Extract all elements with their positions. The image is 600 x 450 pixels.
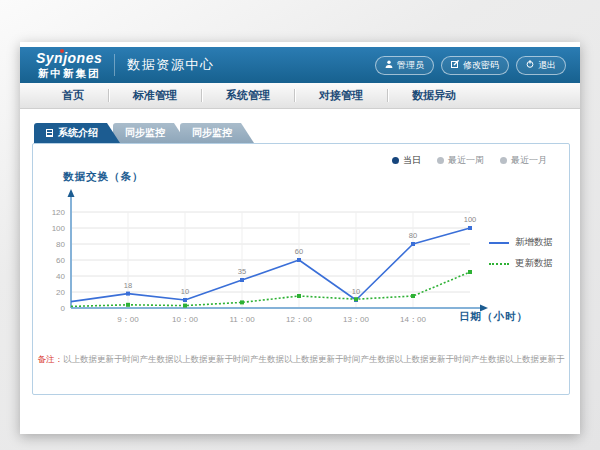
change-password-button[interactable]: 修改密码 xyxy=(441,56,509,75)
svg-text:10: 10 xyxy=(181,287,189,296)
tab-system-intro-label: 系统介绍 xyxy=(58,126,98,140)
svg-text:80: 80 xyxy=(56,240,65,249)
svg-text:10：00: 10：00 xyxy=(172,315,198,324)
nav-item-interface-mgmt[interactable]: 对接管理 xyxy=(295,83,387,108)
admin-user-button[interactable]: 管理员 xyxy=(375,56,434,75)
chart-panel: 当日 最近一周 最近一月 数据交换（条） 0204060801001209：00… xyxy=(32,143,570,395)
svg-text:20: 20 xyxy=(56,288,65,297)
nav-item-home[interactable]: 首页 xyxy=(38,83,108,108)
svg-text:14：00: 14：00 xyxy=(400,315,426,324)
svg-text:40: 40 xyxy=(56,272,65,281)
svg-text:12：00: 12：00 xyxy=(286,315,312,324)
radio-dot xyxy=(500,157,507,164)
admin-user-label: 管理员 xyxy=(397,59,424,72)
document-icon xyxy=(46,129,53,137)
svg-text:10: 10 xyxy=(352,287,360,296)
tab-sync-monitor-2-label: 同步监控 xyxy=(192,126,232,140)
svg-text:0: 0 xyxy=(61,304,66,313)
radio-today[interactable]: 当日 xyxy=(392,154,421,167)
header-bar: Synjones 新中新集团 数据资源中心 管理员 修改密码 xyxy=(20,47,580,83)
logout-label: 退出 xyxy=(538,59,556,72)
main-nav: 首页 标准管理 系统管理 对接管理 数据异动 xyxy=(20,83,580,109)
svg-text:18: 18 xyxy=(124,281,132,290)
tab-sync-monitor-1[interactable]: 同步监控 xyxy=(113,123,187,143)
radio-last-week-label: 最近一周 xyxy=(448,154,484,167)
legend-line-solid xyxy=(489,242,509,244)
svg-text:100: 100 xyxy=(52,224,66,233)
svg-text:120: 120 xyxy=(52,208,66,217)
svg-text:60: 60 xyxy=(56,256,65,265)
y-axis-title: 数据交换（条） xyxy=(63,170,144,184)
legend-label-new-data: 新增数据 xyxy=(515,236,553,249)
nav-item-system-mgmt[interactable]: 系统管理 xyxy=(202,83,294,108)
nav-item-data-change[interactable]: 数据异动 xyxy=(388,83,480,108)
radio-last-month[interactable]: 最近一月 xyxy=(500,154,547,167)
power-icon xyxy=(526,60,534,70)
logo-text: Synjones xyxy=(36,51,102,65)
tab-sync-monitor-2[interactable]: 同步监控 xyxy=(180,123,254,143)
svg-text:80: 80 xyxy=(409,231,417,240)
radio-dot xyxy=(392,157,399,164)
footer-note: 备注：以上数据更新于时间产生数据以上数据更新于时间产生数据以上数据更新于时间产生… xyxy=(33,354,569,366)
radio-last-week[interactable]: 最近一周 xyxy=(437,154,484,167)
legend-item-new-data: 新增数据 xyxy=(489,236,553,249)
line-chart: 0204060801001209：0010：0011：0012：0013：001… xyxy=(41,184,493,334)
content-area: 系统介绍 同步监控 同步监控 当日 最近一周 xyxy=(20,109,580,395)
legend-label-updated-data: 更新数据 xyxy=(515,257,553,270)
svg-text:9：00: 9：00 xyxy=(117,315,139,324)
tab-bar: 系统介绍 同步监控 同步监控 xyxy=(34,123,570,143)
svg-text:35: 35 xyxy=(238,267,246,276)
radio-today-label: 当日 xyxy=(403,154,421,167)
svg-text:60: 60 xyxy=(295,247,303,256)
change-password-label: 修改密码 xyxy=(463,59,499,72)
note-label: 备注： xyxy=(38,354,64,364)
edit-icon xyxy=(451,60,459,70)
legend-line-dotted xyxy=(489,263,509,265)
radio-dot xyxy=(437,157,444,164)
tab-sync-monitor-1-label: 同步监控 xyxy=(125,126,165,140)
logout-button[interactable]: 退出 xyxy=(516,56,566,75)
app-window: Synjones 新中新集团 数据资源中心 管理员 修改密码 xyxy=(20,42,580,434)
page-title: 数据资源中心 xyxy=(127,56,214,74)
logo-subtitle: 新中新集团 xyxy=(36,68,102,79)
tab-system-intro[interactable]: 系统介绍 xyxy=(34,123,120,143)
radio-last-month-label: 最近一月 xyxy=(511,154,547,167)
svg-text:13：00: 13：00 xyxy=(343,315,369,324)
legend-item-updated-data: 更新数据 xyxy=(489,257,553,270)
time-range-filters: 当日 最近一周 最近一月 xyxy=(392,154,547,167)
x-axis-title: 日期（小时） xyxy=(459,310,528,324)
company-logo: Synjones 新中新集团 xyxy=(36,51,102,79)
user-icon xyxy=(385,60,393,70)
header-divider xyxy=(114,54,115,76)
nav-item-standard-mgmt[interactable]: 标准管理 xyxy=(109,83,201,108)
header-actions: 管理员 修改密码 退出 xyxy=(375,56,566,75)
svg-text:100: 100 xyxy=(464,215,477,224)
chart-legend: 新增数据 更新数据 xyxy=(489,236,553,278)
note-text: 以上数据更新于时间产生数据以上数据更新于时间产生数据以上数据更新于时间产生数据以… xyxy=(63,354,565,364)
svg-text:11：00: 11：00 xyxy=(229,315,255,324)
